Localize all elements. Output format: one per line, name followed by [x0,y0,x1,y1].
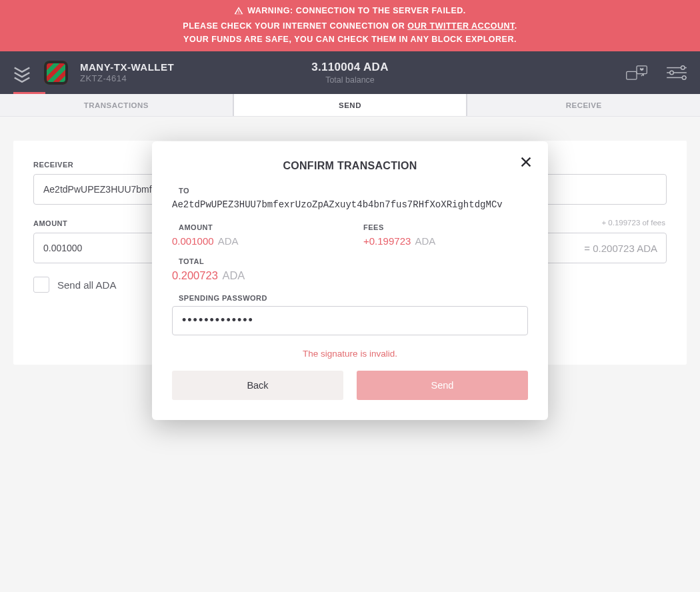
modal-amount-label: AMOUNT [179,223,337,231]
modal-title: CONFIRM TRANSACTION [172,160,528,172]
modal-fees-currency: ADA [415,235,436,247]
send-button[interactable]: Send [357,371,528,400]
modal-error-message: The signature is invalid. [172,349,528,359]
to-address: Ae2tdPwUPEZ3HUU7bmfexrUzoZpAZxuyt4b4bn7f… [172,199,528,211]
back-button[interactable]: Back [172,371,343,400]
modal-overlay: CONFIRM TRANSACTION TO Ae2tdPwUPEZ3HUU7b… [0,0,700,592]
modal-amount-currency: ADA [218,235,239,247]
modal-total-value: 0.200723 [172,269,218,281]
modal-amount-value: 0.001000 [172,235,214,247]
modal-fees-value: +0.199723 [363,235,411,247]
modal-total-currency: ADA [222,269,245,281]
to-label: TO [179,187,528,195]
modal-fees-label: FEES [363,223,528,231]
spending-password-input[interactable] [172,306,528,335]
spending-password-label: SPENDING PASSWORD [179,294,528,302]
close-icon[interactable] [519,155,533,169]
modal-total-label: TOTAL [179,257,528,265]
confirm-transaction-modal: CONFIRM TRANSACTION TO Ae2tdPwUPEZ3HUU7b… [152,141,548,420]
